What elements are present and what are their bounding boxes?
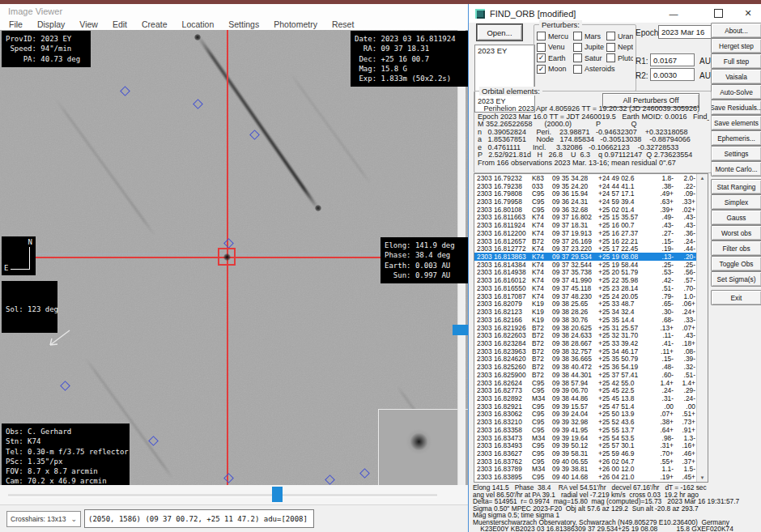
observation-row[interactable]: 2303 16.82166K1909 38 30.76+25 35 14.4.6… bbox=[474, 316, 708, 324]
save-elements-button[interactable]: Save elements bbox=[711, 115, 761, 130]
checkbox-icon[interactable] bbox=[606, 43, 615, 52]
menu-reset[interactable]: Reset bbox=[325, 19, 361, 29]
image-horizontal-scrollbar-track[interactable] bbox=[8, 494, 437, 497]
perturber-checkbox-satur[interactable]: Satur bbox=[573, 53, 606, 64]
perturber-checkbox-jupite[interactable]: Jupite bbox=[573, 42, 606, 53]
perturber-checkbox-pluto[interactable]: Pluto bbox=[606, 53, 633, 64]
observation-row[interactable]: 2303 16.814938K7409 37 35.738+25 20 51.7… bbox=[474, 269, 708, 277]
menu-display[interactable]: Display bbox=[30, 19, 72, 29]
find-orb-titlebar[interactable]: FIND_ORB [modified] — ✕ bbox=[469, 4, 761, 23]
gauss-button[interactable]: Gauss bbox=[711, 210, 761, 225]
open-button[interactable]: Open... bbox=[477, 24, 522, 40]
full-step-button[interactable]: Full step bbox=[711, 53, 761, 69]
perturber-checkbox-asteroids[interactable]: Asteroids bbox=[573, 64, 633, 75]
measured-object-target-box[interactable] bbox=[218, 248, 236, 266]
menu-create[interactable]: Create bbox=[134, 19, 175, 29]
observations-listbox[interactable]: 2303 16.79232K8309 35 34.28+24 49 02.61.… bbox=[474, 173, 708, 483]
perturber-checkbox-uranu[interactable]: Uranu bbox=[606, 31, 633, 42]
checkbox-checked-icon[interactable]: ✓ bbox=[537, 65, 546, 74]
observation-row[interactable]: 2303 16.812772K7409 37 23.220+25 17 22.4… bbox=[474, 245, 708, 253]
image-horizontal-scrollbar[interactable] bbox=[0, 485, 468, 504]
filter-obs-button[interactable]: Filter obs bbox=[711, 240, 761, 256]
observation-row[interactable]: 2303 16.83062C9509 39 24.04+25 50 13.9.0… bbox=[474, 411, 708, 419]
observation-row-selected[interactable]: 2303 16.813863K7409 37 29.534+25 19 08.0… bbox=[474, 253, 708, 261]
observation-row[interactable]: 2303 16.79808C9509 36 15.94+24 57 17.1.4… bbox=[474, 189, 708, 198]
observation-row[interactable]: 2303 16.811924K7409 37 18.31+25 16 00.7.… bbox=[474, 221, 708, 229]
simplex-button[interactable]: Simplex bbox=[711, 194, 761, 210]
observation-row[interactable]: 2303 16.82921C9509 39 15.57+25 47 51.4.0… bbox=[474, 402, 708, 411]
observation-row[interactable]: 2303 16.83473M3409 39 19.64+25 54 53.5.9… bbox=[474, 434, 708, 442]
epoch-field[interactable] bbox=[658, 25, 712, 39]
observation-row[interactable]: 2303 16.811663K7409 37 16.802+25 15 35.5… bbox=[474, 214, 708, 222]
perturber-checkbox-mercu[interactable]: Mercu bbox=[537, 31, 573, 42]
observation-row[interactable]: 2303 16.814384K7409 37 32.544+25 19 58.4… bbox=[474, 261, 708, 269]
sky-image-canvas[interactable]: ProvID: 2023 EY Speed: 94"/min PA: 40.73… bbox=[0, 30, 468, 485]
observation-row[interactable]: 2303 16.816550K7409 37 45.118+25 23 28.1… bbox=[474, 284, 708, 292]
observation-row[interactable]: 2303 16.812200K7409 37 19.913+25 16 27.3… bbox=[474, 229, 708, 237]
pixel-coordinates-field[interactable] bbox=[84, 509, 314, 528]
perturber-checkbox-mars[interactable]: Mars bbox=[573, 31, 606, 42]
scroll-down-icon[interactable]: ▼ bbox=[700, 475, 705, 480]
observation-row[interactable]: 2303 16.82079K1909 38 25.65+25 33 48.7.6… bbox=[474, 300, 708, 309]
perturber-checkbox-moon[interactable]: ✓Moon bbox=[537, 64, 573, 75]
observation-row[interactable]: 2303 16.83358C9509 39 41.95+25 55 13.7.6… bbox=[474, 426, 708, 434]
perturber-checkbox-earth[interactable]: ✓Earth bbox=[537, 53, 573, 64]
checkbox-icon[interactable] bbox=[606, 53, 615, 62]
exit-button[interactable]: Exit bbox=[711, 290, 761, 305]
stat-ranging-button[interactable]: Stat Ranging bbox=[711, 179, 761, 194]
observation-row[interactable]: 2303 16.83627C9509 39 58.31+25 59 46.9.7… bbox=[474, 449, 708, 458]
observation-row[interactable]: 2303 16.82624C9509 38 57.94+25 42 55.01.… bbox=[474, 379, 708, 387]
about-button[interactable]: About... bbox=[711, 23, 761, 38]
observation-row[interactable]: 2303 16.825900B7209 38 44.301+25 37 57.4… bbox=[474, 371, 708, 379]
menu-edit[interactable]: Edit bbox=[105, 19, 134, 29]
observation-row[interactable]: 2303 16.83895C9509 40 14.68+26 04 21.0.1… bbox=[474, 473, 708, 481]
observation-row[interactable]: 2303 16.83789M3409 39 38.81+26 00 12.01.… bbox=[474, 466, 708, 474]
maximize-button[interactable] bbox=[706, 4, 730, 23]
worst-obs-button[interactable]: Worst obs bbox=[711, 225, 761, 240]
observation-row[interactable]: 2303 16.82773C9509 39 06.70+25 45 22.5.2… bbox=[474, 386, 708, 394]
checkbox-icon[interactable] bbox=[606, 32, 615, 40]
observations-scrollbar[interactable]: ▲ ▼ bbox=[696, 174, 708, 482]
checkbox-icon[interactable] bbox=[573, 53, 582, 62]
scroll-up-icon[interactable]: ▲ bbox=[700, 176, 705, 181]
save-residuals-button[interactable]: Save Residuals... bbox=[711, 100, 761, 115]
menu-settings[interactable]: Settings bbox=[221, 19, 266, 29]
menu-file[interactable]: File bbox=[2, 19, 30, 29]
observation-row[interactable]: 2303 16.79958C9509 36 24.31+24 59 39.4.6… bbox=[474, 198, 708, 206]
checkbox-checked-icon[interactable]: ✓ bbox=[537, 53, 546, 62]
checkbox-icon[interactable] bbox=[573, 65, 582, 74]
settings-button[interactable]: Settings bbox=[711, 146, 761, 161]
perturber-checkbox-venu[interactable]: Venu bbox=[537, 42, 573, 53]
observation-row[interactable]: 2303 16.817087K7409 37 48.230+25 24 20.0… bbox=[474, 292, 708, 300]
vaisala-button[interactable]: Vaisala bbox=[711, 69, 761, 84]
checkbox-icon[interactable] bbox=[537, 43, 546, 52]
observation-row[interactable]: 2303 16.82892M3409 38 44.86+25 45 13.8.3… bbox=[474, 394, 708, 402]
monte-carlo-button[interactable]: Monte Carlo... bbox=[711, 161, 761, 177]
checkbox-icon[interactable] bbox=[573, 43, 582, 52]
observation-row[interactable]: 2303 16.816012K7409 37 41.990+25 22 35.9… bbox=[474, 276, 708, 284]
menu-photometry[interactable]: Photometry bbox=[266, 19, 325, 29]
image-horizontal-scrollbar-thumb[interactable] bbox=[272, 487, 283, 502]
r1-field[interactable] bbox=[650, 53, 695, 66]
menu-view[interactable]: View bbox=[72, 19, 105, 29]
menu-location[interactable]: Location bbox=[175, 19, 222, 29]
observation-row[interactable]: 2303 16.82123K1909 38 28.26+25 34 32.4.3… bbox=[474, 308, 708, 316]
observation-row[interactable]: 2303 16.824620B7209 38 36.665+25 35 50.7… bbox=[474, 355, 708, 364]
crosshair-size-dropdown[interactable]: Crosshairs: 13x13 ⌄ bbox=[6, 511, 81, 527]
ephemeris-button[interactable]: Ephemeris... bbox=[711, 130, 761, 146]
observation-row[interactable]: 2303 16.823963B7209 38 32.757+25 34 46.1… bbox=[474, 347, 708, 355]
observation-row[interactable]: 2303 16.825260B7209 38 40.472+25 36 54.1… bbox=[474, 363, 708, 371]
image-viewer-titlebar[interactable]: Image Viewer bbox=[0, 4, 468, 18]
observation-row[interactable]: 2303 16.80108C9509 36 32.68+25 02 01.4.3… bbox=[474, 206, 708, 214]
herget-step-button[interactable]: Herget step bbox=[711, 38, 761, 53]
observation-row[interactable]: 2303 16.821926B7209 38 20.625+25 31 25.5… bbox=[474, 324, 708, 332]
observation-row[interactable]: 2303 16.83493C9509 39 50.12+25 57 30.1.3… bbox=[474, 441, 708, 449]
observation-row[interactable]: 2303 16.823284B7209 38 28.667+25 33 39.4… bbox=[474, 339, 708, 347]
set-sigma-s-button[interactable]: Set Sigma(s) bbox=[711, 271, 761, 287]
close-button[interactable]: ✕ bbox=[736, 4, 760, 23]
observation-row[interactable]: 2303 16.83210C9509 39 32.98+25 52 43.6.3… bbox=[474, 418, 708, 426]
auto-solve-button[interactable]: Auto-Solve bbox=[711, 84, 761, 100]
toggle-obs-button[interactable]: Toggle Obs bbox=[711, 256, 761, 271]
observation-row[interactable]: 2303 16.83762C9509 40 06.55+26 02 04.7.5… bbox=[474, 458, 708, 466]
perturber-checkbox-neptu[interactable]: Neptu bbox=[606, 42, 633, 53]
